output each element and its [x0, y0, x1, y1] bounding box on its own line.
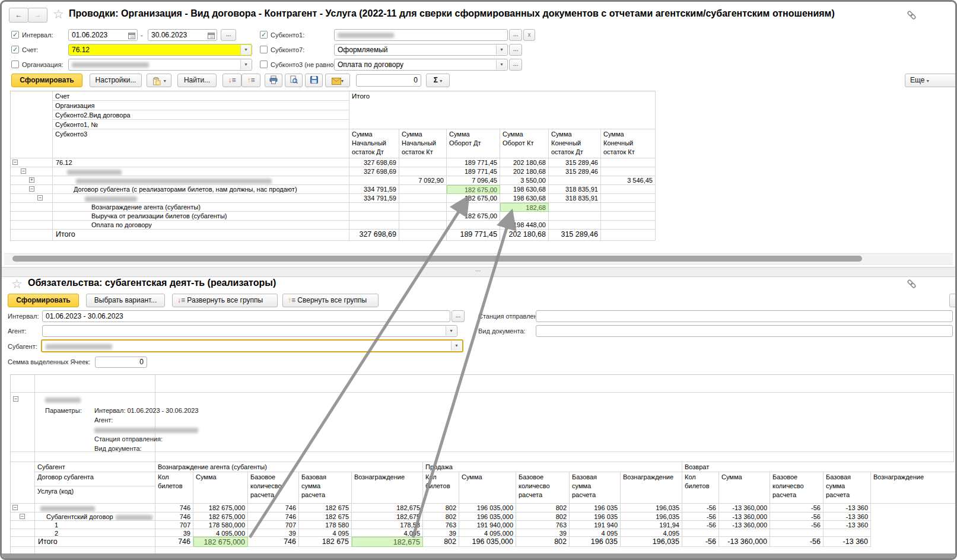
table-cell[interactable]: 182 675: [299, 513, 352, 521]
expand-toggle[interactable]: −: [21, 168, 26, 174]
table-cell[interactable]: 196 035,000: [459, 513, 516, 521]
table-cell[interactable]: -56: [770, 521, 824, 529]
table-cell[interactable]: 39: [248, 529, 299, 537]
clipped-toolbar-button[interactable]: [949, 294, 957, 307]
table-cell[interactable]: -13 360,000: [719, 521, 770, 529]
table-cell[interactable]: 182 675,00: [447, 212, 500, 221]
table-cell[interactable]: 327 698,69: [349, 158, 399, 167]
table-cell[interactable]: 707: [248, 521, 299, 529]
chevron-down-icon[interactable]: ▾: [240, 60, 251, 69]
table-cell[interactable]: 196 035,000: [459, 504, 516, 513]
chevron-down-icon[interactable]: ▾: [446, 326, 456, 336]
table-cell[interactable]: 746: [248, 504, 299, 513]
expand-toggle[interactable]: −: [37, 195, 43, 201]
subconto1-checkbox[interactable]: ✓: [260, 31, 268, 39]
table-cell[interactable]: 182,675: [352, 513, 423, 521]
table-cell[interactable]: 327 698,69: [349, 230, 399, 241]
table-cell[interactable]: -13 360: [824, 504, 871, 513]
interval-more-button[interactable]: ...: [452, 310, 465, 322]
table-cell[interactable]: 182 675,000: [193, 513, 248, 521]
table-cell[interactable]: -13 360,000: [719, 513, 770, 521]
back-button[interactable]: ←: [9, 8, 28, 23]
table-cell[interactable]: [824, 529, 871, 537]
table-cell[interactable]: -13 360,000: [719, 504, 770, 513]
table-cell[interactable]: -56: [770, 537, 824, 547]
row-label[interactable]: Вознаграждение агента (субагенты): [53, 203, 349, 212]
collapse-all-groups-button[interactable]: ↑≡ Свернуть все группы: [282, 294, 379, 307]
table-cell[interactable]: [399, 158, 447, 167]
table-cell[interactable]: 4 095: [299, 529, 352, 537]
table-cell[interactable]: 7 096,45: [447, 176, 500, 185]
table-cell[interactable]: 3 550,00: [500, 176, 549, 185]
expand-toggle[interactable]: −: [20, 514, 25, 519]
table-cell[interactable]: 182 675,00: [447, 194, 500, 203]
table-cell[interactable]: 182 675,00: [447, 185, 500, 194]
date-from-input[interactable]: 01.06.2023: [68, 29, 138, 41]
table-cell[interactable]: 182,68: [500, 203, 549, 212]
table-cell[interactable]: -13 360: [824, 537, 871, 547]
table-cell[interactable]: [447, 221, 500, 230]
table-cell[interactable]: [601, 221, 656, 230]
table-cell[interactable]: 191,94: [621, 521, 682, 529]
link-icon[interactable]: [906, 278, 917, 289]
table-cell[interactable]: [601, 158, 656, 167]
chevron-down-icon[interactable]: ▾: [451, 341, 462, 351]
generate-button[interactable]: Сформировать: [8, 294, 79, 307]
calendar-icon[interactable]: [128, 32, 135, 39]
organization-input[interactable]: ▾: [68, 59, 252, 71]
table-cell[interactable]: 182,675: [352, 537, 423, 547]
table-cell[interactable]: 746: [155, 504, 193, 513]
link-icon[interactable]: [906, 9, 917, 21]
row-label[interactable]: [53, 167, 349, 176]
table-cell[interactable]: [601, 185, 656, 194]
subconto7-pick-button[interactable]: ...: [509, 44, 522, 56]
table-cell[interactable]: 746: [248, 513, 299, 521]
table-cell[interactable]: 196,035: [621, 513, 682, 521]
table-cell[interactable]: -56: [770, 504, 824, 513]
table-cell[interactable]: 182 675,000: [193, 537, 248, 547]
date-to-input[interactable]: 30.06.2023: [148, 29, 217, 41]
table-cell[interactable]: 182,675: [352, 504, 423, 513]
table-cell[interactable]: 196 035,000: [459, 537, 516, 547]
table-cell[interactable]: 198 448,00: [500, 221, 549, 230]
table-cell[interactable]: -56: [682, 504, 719, 513]
more-button[interactable]: Еще ▾: [905, 74, 957, 87]
table-cell[interactable]: [349, 203, 399, 212]
table-cell[interactable]: 198 630,68: [500, 194, 549, 203]
table-cell[interactable]: 178 580: [299, 521, 352, 529]
table-cell[interactable]: 802: [516, 537, 570, 547]
expand-toggle[interactable]: +: [29, 177, 34, 183]
table-cell[interactable]: 196 035: [570, 537, 621, 547]
calendar-icon[interactable]: [208, 32, 215, 39]
row-label[interactable]: Итого: [53, 230, 349, 241]
chevron-down-icon[interactable]: ▾: [240, 45, 251, 55]
row-label[interactable]: Субагентский договор: [35, 513, 155, 521]
row-label[interactable]: Выручка от реализации билетов (субагенты…: [53, 212, 349, 221]
table-cell[interactable]: 39: [516, 529, 570, 537]
table-cell[interactable]: [349, 176, 399, 185]
subconto7-checkbox[interactable]: [260, 46, 268, 53]
table-cell[interactable]: 707: [155, 521, 193, 529]
table-cell[interactable]: 182 675: [299, 537, 352, 547]
table-cell[interactable]: -13 360,000: [719, 537, 770, 547]
save-button[interactable]: [305, 74, 323, 87]
table-cell[interactable]: 746: [155, 537, 193, 547]
table-cell[interactable]: 39: [155, 529, 193, 537]
selected-cells-sum-field[interactable]: 0: [356, 74, 421, 87]
favorite-star-icon[interactable]: ☆: [53, 8, 64, 20]
chevron-down-icon[interactable]: ▾: [496, 60, 507, 69]
row-label[interactable]: 76.12: [53, 158, 349, 167]
table-cell[interactable]: [399, 221, 447, 230]
table-cell[interactable]: [399, 167, 447, 176]
table-cell[interactable]: 39: [423, 529, 459, 537]
table-cell[interactable]: [399, 203, 447, 212]
table-cell[interactable]: 763: [423, 521, 459, 529]
table-cell[interactable]: [682, 529, 719, 537]
generate-button[interactable]: Сформировать: [11, 74, 82, 87]
table-cell[interactable]: 7 092,90: [399, 176, 447, 185]
table-cell[interactable]: 196 035: [570, 513, 621, 521]
find-button[interactable]: Найти...: [177, 74, 217, 87]
interval-input[interactable]: 01.06.2023 - 30.06.2023: [42, 310, 450, 322]
table-cell[interactable]: 802: [516, 504, 570, 513]
choose-variant-button[interactable]: Выбрать вариант...: [86, 294, 165, 307]
